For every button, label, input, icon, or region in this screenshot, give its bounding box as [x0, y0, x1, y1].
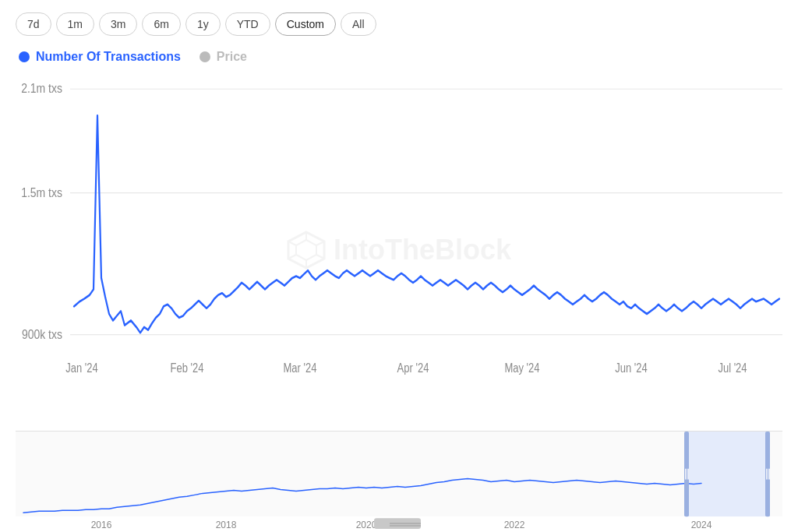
- btn-6m[interactable]: 6m: [142, 12, 180, 36]
- main-chart: IntoTheBlock 2.1m txs 1.5m txs 900k txs …: [16, 70, 782, 429]
- svg-rect-21: [16, 432, 782, 516]
- mini-chart-section: 2016 2018 2020 2022 2024: [16, 431, 782, 532]
- svg-text:2018: 2018: [216, 520, 237, 530]
- legend-dot-transactions: [19, 51, 30, 62]
- svg-text:2016: 2016: [91, 520, 112, 530]
- svg-text:2022: 2022: [504, 520, 525, 530]
- svg-text:1.5m txs: 1.5m txs: [21, 185, 62, 199]
- btn-1m[interactable]: 1m: [56, 12, 94, 36]
- svg-rect-27: [686, 432, 770, 516]
- legend-transactions: Number Of Transactions: [19, 50, 181, 64]
- btn-3m[interactable]: 3m: [99, 12, 137, 36]
- svg-text:2024: 2024: [691, 520, 712, 530]
- main-container: 7d 1m 3m 6m 1y YTD Custom All Number Of …: [0, 0, 798, 532]
- time-range-selector: 7d 1m 3m 6m 1y YTD Custom All: [16, 12, 782, 36]
- btn-ytd[interactable]: YTD: [225, 12, 270, 36]
- legend-label-transactions: Number Of Transactions: [36, 50, 181, 64]
- btn-7d[interactable]: 7d: [16, 12, 51, 36]
- main-chart-svg: 2.1m txs 1.5m txs 900k txs Jan '24 Feb '…: [16, 70, 782, 429]
- svg-text:2020: 2020: [356, 520, 377, 530]
- chart-area: IntoTheBlock 2.1m txs 1.5m txs 900k txs …: [16, 70, 782, 532]
- svg-text:Jun '24: Jun '24: [615, 361, 647, 375]
- svg-text:2.1m txs: 2.1m txs: [21, 81, 62, 96]
- btn-custom[interactable]: Custom: [275, 12, 336, 36]
- svg-text:Feb '24: Feb '24: [171, 361, 204, 375]
- legend-price: Price: [200, 50, 247, 64]
- btn-all[interactable]: All: [341, 12, 376, 36]
- svg-text:Jul '24: Jul '24: [718, 361, 747, 375]
- mini-chart-svg: 2016 2018 2020 2022 2024: [16, 432, 782, 532]
- legend-label-price: Price: [217, 50, 247, 64]
- svg-text:Apr '24: Apr '24: [397, 361, 429, 375]
- svg-text:May '24: May '24: [504, 361, 539, 375]
- legend-dot-price: [200, 51, 210, 62]
- svg-text:900k txs: 900k txs: [22, 326, 62, 341]
- chart-legend: Number Of Transactions Price: [16, 50, 782, 64]
- btn-1y[interactable]: 1y: [185, 12, 221, 36]
- svg-text:Mar '24: Mar '24: [284, 361, 317, 375]
- svg-text:Jan '24: Jan '24: [65, 361, 97, 375]
